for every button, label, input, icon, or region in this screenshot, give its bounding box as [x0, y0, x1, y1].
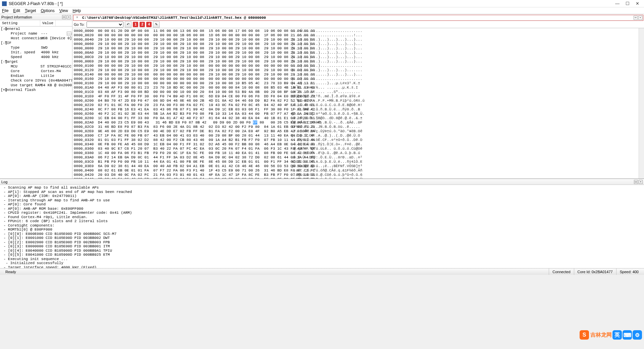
ime-kb-icon[interactable]: ⌨ [623, 330, 632, 340]
menu-view[interactable]: View [59, 8, 68, 13]
hex-row[interactable]: 0800_032001 01 03 F1 FF 38 02 D2 88 42 0… [74, 138, 637, 142]
close-button[interactable]: ✕ [636, 1, 639, 6]
status-ready: Ready [2, 268, 549, 275]
tab-close-icon[interactable]: × [75, 15, 79, 20]
hex-row[interactable]: 0800_0300C7 1F FA 8C FE 00 FB 07 43 EB 0… [74, 134, 637, 138]
hex-row[interactable]: 0800_02A0D4 40 00 23 C5 E9 00 43 31 46 B… [74, 120, 637, 125]
window-title: SEGGER J-Flash V7.80b - [ *] [9, 1, 615, 6]
prop-speed[interactable]: Speed4000 kHz [0, 55, 72, 59]
hex-row[interactable]: 0800_014000 00 00 00 29 10 00 08 00 00 0… [74, 72, 637, 77]
project-panel-title: Project information [1, 15, 32, 19]
status-speed: Speed: 400 [616, 268, 642, 275]
ime-gear-icon[interactable]: ⚙ [633, 330, 642, 340]
hex-row[interactable]: 0800_010000 00 00 00 29 10 00 08 29 10 0… [74, 64, 637, 68]
goto-label: Go To: [74, 22, 85, 27]
hex-row[interactable]: 0800_02E09E 46 00 2D E0 D0 C5 E9 00 4E D… [74, 129, 637, 134]
hex-row[interactable]: 0800_03400E FB 00 FE A6 45 08 D9 1C EB 0… [74, 142, 637, 147]
menu-help[interactable]: Help [73, 8, 81, 13]
status-core: Core Id: 0x2BA01477 [574, 268, 616, 275]
hex-row[interactable]: 0800_00A029 10 00 08 29 10 00 08 29 10 0… [74, 51, 637, 55]
hex-row[interactable]: 0800_002000 00 00 00 00 00 00 00 00 00 0… [74, 33, 637, 38]
hex-file-path: C:\Users\18768\Desktop\VSCodeSTM32\Jlink… [81, 16, 267, 20]
hex-row[interactable]: 0800_04400B 0C 43 EA 06 43 00 FB 0E F6 9… [74, 177, 637, 179]
hex-row[interactable]: 0800_006029 10 00 08 29 10 00 08 29 10 0… [74, 42, 637, 46]
hex-toolbar: Go To: ↶ 1 2 4 ✎ [72, 21, 644, 28]
minimize-button[interactable]: — [615, 1, 620, 6]
group-target[interactable]: [-]Target [0, 59, 72, 64]
hex-scrollbar[interactable] [639, 28, 644, 179]
hex-row[interactable]: 0800_02408C F7 08 FB 16 E3 41 EA 03 43 0… [74, 107, 637, 112]
hex-row[interactable]: 0800_004029 10 00 08 29 10 00 08 29 10 0… [74, 38, 637, 42]
col-value[interactable]: Value [40, 20, 56, 26]
prop-project-name[interactable]: Project name---... [0, 31, 72, 36]
prop-endian[interactable]: EndianLittle [0, 73, 72, 78]
goto-back-button[interactable]: ↶ [125, 21, 131, 28]
hex-row[interactable]: 0800_03A006 F2 14 EB 0A D9 0C 01 44 F1 F… [74, 155, 637, 160]
hex-row[interactable]: 0800_00C029 10 00 08 29 10 00 08 29 10 0… [74, 55, 637, 59]
ime-lang-icon[interactable]: 英 [612, 330, 622, 340]
status-bar: Ready Connected Core Id: 0x2BA01477 Spee… [0, 268, 644, 275]
log-panel-title: Log [1, 180, 634, 184]
hex-row[interactable]: 0800_008029 10 00 08 29 10 00 08 29 10 0… [74, 46, 637, 51]
goto-input[interactable] [87, 21, 123, 28]
prop-check-core-id[interactable]: Check core IDYes (0x4BA00477) [0, 78, 72, 83]
log-float-icon[interactable]: ▭ [634, 180, 638, 184]
hex-row[interactable]: 0800_018029 10 00 08 29 10 00 08 00 00 0… [74, 81, 637, 86]
group-general[interactable]: [-]General [0, 27, 72, 31]
log-view[interactable]: - Scanning AP map to find all available … [0, 185, 644, 268]
hex-row[interactable]: 0800_000000 00 01 20 D9 0F 00 08 11 06 0… [74, 29, 637, 33]
prop-init-speed[interactable]: Init. speed4000 kHz [0, 50, 72, 55]
group-tif[interactable]: [-]TIF [0, 41, 72, 45]
width-1-button[interactable]: 1 [133, 22, 138, 27]
group-internal-flash[interactable]: [+]Internal flash [0, 88, 72, 92]
watermark: S 吉林龙网 英 ⌨ ⚙ [580, 330, 642, 340]
tab-float-icon[interactable]: ▭ [634, 16, 638, 20]
panel-float-icon[interactable]: ▭ [62, 15, 66, 19]
hex-view[interactable]: 0800_000000 00 01 20 D9 0F 00 08 11 06 0… [72, 28, 639, 179]
prop-mcu[interactable]: MCUST STM32F401CC [0, 64, 72, 69]
hex-row[interactable]: 0800_012029 10 00 08 29 10 00 08 29 10 0… [74, 68, 637, 72]
hex-row[interactable]: 0800_036003 40 9C E7 C6 F1 20 07 B3 40 2… [74, 147, 637, 151]
hex-row[interactable]: 0800_016029 10 00 08 29 10 00 08 00 00 0… [74, 77, 637, 81]
hex-row[interactable]: 0800_042020 03 D8 40 0C FA 02 FC 21 FA 0… [74, 173, 637, 177]
app-logo-icon [2, 1, 7, 6]
prop-edit-button[interactable]: ... [67, 32, 71, 36]
hex-file-tab[interactable]: × C:\Users\18768\Desktop\VSCodeSTM32\Jli… [73, 15, 643, 21]
hex-row[interactable]: 0800_00E029 10 00 08 29 10 00 08 29 10 0… [74, 59, 637, 64]
hex-row[interactable]: 0800_01E04F F0 FF 31 4F F0 FF 30 00 F0 7… [74, 94, 637, 99]
prop-use-target-ram[interactable]: Use target RAM64 KB @ 0x20000000 [0, 83, 72, 88]
hex-row[interactable]: 0800_03C0B1 FB F9 F0 09 FB 10 11 44 EA 0… [74, 160, 637, 164]
hex-row[interactable]: 0800_026040 F2 1C 81 02 3E 63 44 5B 1A A… [74, 112, 637, 116]
prop-host-connection[interactable]: Host connectionUSB [Device 0] [0, 36, 72, 41]
status-connected: Connected [549, 268, 574, 275]
hex-row[interactable]: 0800_03801C 49 00 FA 06 F3 B1 FB F9 F0 2… [74, 151, 637, 155]
hex-row[interactable]: 0800_02C031 46 BD E8 F0 87 B3 FA 83 F6 0… [74, 125, 637, 129]
menu-edit[interactable]: Edit [13, 8, 20, 13]
col-setting[interactable]: Setting [0, 20, 40, 26]
hex-row[interactable]: 0800_020004 B0 70 47 2D E9 F0 47 08 9D 0… [74, 99, 637, 103]
width-4-button[interactable]: 4 [146, 22, 152, 27]
maximize-button[interactable]: ☐ [626, 1, 630, 6]
panel-close-icon[interactable]: × [67, 15, 71, 19]
menu-bar: FileEditTargetOptionsViewHelp [0, 7, 644, 14]
toolbar-extra-button[interactable]: ✎ [153, 21, 160, 28]
hex-row[interactable]: 0800_01A004 48 AF F3 00 80 01 23 23 70 1… [74, 86, 637, 90]
hex-row[interactable]: 0800_040008 02 61 EB 0E 01 01 FA 07 F7 2… [74, 168, 637, 173]
hex-row[interactable]: 0800_02801C EB 04 00 F1 FF 33 80 F0 0A 8… [74, 116, 637, 120]
log-close-icon[interactable]: × [639, 180, 643, 184]
tab-close-icon2[interactable]: × [638, 16, 642, 20]
menu-options[interactable]: Options [41, 8, 54, 13]
hex-row[interactable]: 0800_01C003 48 AF F3 00 80 08 BD 00 00 0… [74, 90, 637, 94]
watermark-icon: S [580, 330, 589, 340]
hex-row[interactable]: 0800_022002 F1 01 0C FA 00 F0 20 23 FA 0… [74, 103, 637, 107]
menu-target[interactable]: Target [25, 8, 36, 13]
width-2-button[interactable]: 2 [140, 22, 145, 27]
menu-file[interactable]: File [2, 8, 8, 13]
project-properties: Setting Value [-]GeneralProject name---.… [0, 20, 72, 179]
prop-core[interactable]: CoreCortex-M4 [0, 69, 72, 73]
prop-type[interactable]: TypeSWD [0, 45, 72, 50]
hex-row[interactable]: 0800_03E06A D9 02 38 61 44 40 EA 00 40 A… [74, 164, 637, 168]
